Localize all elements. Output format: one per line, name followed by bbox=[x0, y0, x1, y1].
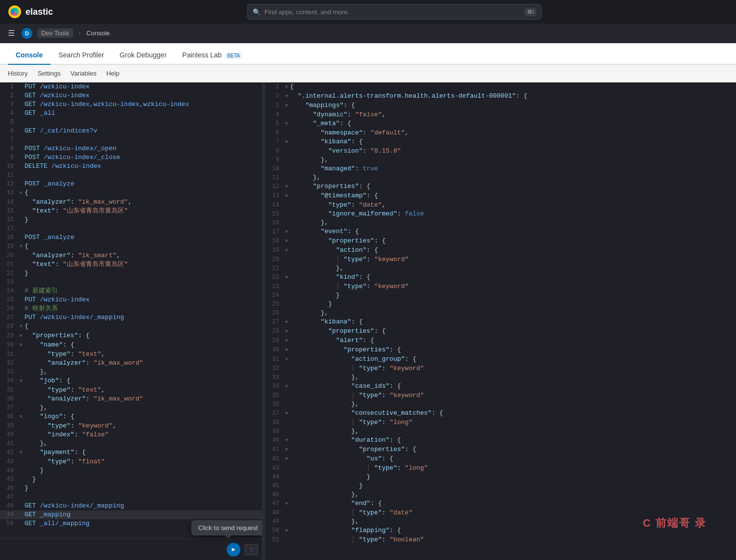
line-number: 23 bbox=[2, 278, 18, 287]
line-number: 20 bbox=[2, 251, 18, 260]
variables-button[interactable]: Variables bbox=[70, 70, 96, 77]
hamburger-button[interactable]: ☰ bbox=[6, 27, 17, 40]
fold-icon[interactable]: ▼ bbox=[283, 337, 290, 346]
line-number: 30 bbox=[2, 341, 18, 349]
fold-icon[interactable]: ▼ bbox=[283, 83, 290, 92]
line-number: 13 bbox=[2, 188, 18, 197]
fold-icon[interactable]: ▼ bbox=[283, 120, 290, 129]
code-line: 2GET /wzkicu-index bbox=[0, 91, 262, 100]
fold-icon[interactable]: ▼ bbox=[283, 246, 290, 255]
more-button[interactable]: ⋮ bbox=[244, 544, 258, 555]
fold-icon[interactable]: ▼ bbox=[283, 355, 290, 364]
fold-icon[interactable]: ▼ bbox=[283, 138, 290, 147]
line-content: } bbox=[290, 291, 734, 300]
line-content: }, bbox=[290, 400, 734, 409]
tab-console[interactable]: Console bbox=[8, 46, 51, 65]
code-line: 32 "analyzer": "ik_max_word" bbox=[0, 359, 262, 368]
code-line: 5 bbox=[0, 118, 262, 127]
line-number: 3 bbox=[267, 101, 283, 110]
fold-icon[interactable]: ▼ bbox=[283, 92, 290, 101]
fold-icon[interactable]: ▼ bbox=[18, 449, 25, 457]
line-number: 35 bbox=[267, 391, 283, 400]
code-line: 18POST _analyze bbox=[0, 233, 262, 242]
fold-icon[interactable]: ▼ bbox=[283, 228, 290, 237]
line-content: } bbox=[290, 481, 734, 490]
elastic-logo[interactable]: elastic bbox=[8, 5, 53, 19]
line-content: "properties": { bbox=[25, 331, 260, 340]
line-number: 23 bbox=[267, 282, 283, 291]
fold-icon[interactable]: ▼ bbox=[18, 242, 25, 251]
fold-icon[interactable]: ▼ bbox=[18, 413, 25, 422]
code-line: 44 } bbox=[265, 473, 736, 481]
code-line: 25 } bbox=[265, 300, 736, 309]
code-line: 21 }, bbox=[265, 264, 736, 273]
fold-icon[interactable]: ▼ bbox=[18, 322, 25, 331]
line-number: 47 bbox=[267, 499, 283, 508]
code-line: 37▼ "consecutive_matches": { bbox=[265, 409, 736, 418]
history-button[interactable]: History bbox=[8, 70, 27, 77]
line-number: 44 bbox=[267, 473, 283, 481]
code-line: 38▼ "logo": { bbox=[0, 412, 262, 422]
line-number: 5 bbox=[2, 118, 18, 127]
user-avatar[interactable]: D bbox=[22, 28, 32, 39]
tab-search-profiler[interactable]: Search Profiler bbox=[51, 46, 112, 65]
main-content: 1PUT /wzkicu-index2GET /wzkicu-index3GET… bbox=[0, 82, 736, 560]
fold-icon[interactable]: ▼ bbox=[283, 527, 290, 535]
tab-grok-debugger[interactable]: Grok Debugger bbox=[112, 46, 175, 65]
fold-icon[interactable]: ▼ bbox=[283, 327, 290, 336]
code-line: 21 "text": "山东省青岛市黄岛区" bbox=[0, 260, 262, 269]
fold-icon[interactable]: ▼ bbox=[283, 237, 290, 246]
code-line: 39 "type": "keyword", bbox=[0, 422, 262, 430]
line-number: 51 bbox=[267, 535, 283, 544]
code-line: 3▼ "mappings": { bbox=[265, 101, 736, 110]
fold-icon[interactable]: ▼ bbox=[283, 318, 290, 327]
line-content: │ "type": "keyword" bbox=[290, 282, 734, 291]
line-number: 9 bbox=[267, 156, 283, 164]
fold-icon[interactable]: ▼ bbox=[283, 102, 290, 110]
tab-painless-lab[interactable]: Painless Lab BETA bbox=[175, 46, 250, 65]
fold-icon[interactable]: ▼ bbox=[283, 346, 290, 355]
settings-button[interactable]: Settings bbox=[37, 70, 60, 77]
help-button[interactable]: Help bbox=[106, 70, 120, 77]
code-line: 47 bbox=[0, 493, 262, 502]
code-editor[interactable]: 1PUT /wzkicu-index2GET /wzkicu-index3GET… bbox=[0, 82, 262, 538]
fold-icon[interactable]: ▼ bbox=[283, 192, 290, 201]
run-button[interactable]: ▶ bbox=[227, 543, 240, 557]
line-content: GET /wzkicu-index,wzkicu-index,wzkicu-in… bbox=[25, 100, 260, 109]
line-number: 2 bbox=[2, 91, 18, 100]
fold-icon[interactable]: ▼ bbox=[283, 500, 290, 508]
code-line: 51 │ "type": "boolean" bbox=[265, 535, 736, 544]
fold-icon[interactable]: ▼ bbox=[283, 455, 290, 464]
output-code[interactable]: 1▼{2▼ ".internal.alerts-transform.health… bbox=[265, 82, 736, 544]
line-number: 45 bbox=[2, 475, 18, 484]
global-search-bar[interactable]: 🔍 Find apps, content, and more. ⌘/ bbox=[247, 4, 542, 20]
fold-icon[interactable]: ▼ bbox=[18, 332, 25, 341]
code-line: 36 "analyzer": "ik_max_word" bbox=[0, 395, 262, 403]
fold-icon[interactable]: ▼ bbox=[283, 409, 290, 418]
fold-icon[interactable]: ▼ bbox=[283, 382, 290, 391]
line-content: "job": { bbox=[25, 376, 260, 385]
fold-icon[interactable]: ▼ bbox=[18, 341, 25, 350]
fold-icon[interactable]: ▼ bbox=[283, 273, 290, 282]
search-icon: 🔍 bbox=[253, 8, 261, 16]
code-line: 48GET /wzkicu-index/_mapping bbox=[0, 502, 262, 510]
line-number: 34 bbox=[267, 382, 283, 391]
second-bar: ☰ D Dev Tools › Console bbox=[0, 24, 736, 43]
line-number: 43 bbox=[2, 457, 18, 466]
line-content: "managed": true bbox=[290, 164, 734, 173]
breadcrumb-dev-tools[interactable]: Dev Tools bbox=[37, 28, 73, 38]
line-number: 27 bbox=[2, 313, 18, 322]
line-content: "properties": { bbox=[290, 327, 734, 336]
line-content: "kibana": { bbox=[290, 318, 734, 326]
line-number: 15 bbox=[2, 207, 18, 215]
fold-icon[interactable]: ▼ bbox=[18, 189, 25, 198]
fold-icon[interactable]: ▼ bbox=[18, 377, 25, 386]
line-number: 41 bbox=[267, 445, 283, 454]
fold-icon[interactable]: ▼ bbox=[283, 183, 290, 191]
fold-icon[interactable]: ▼ bbox=[283, 446, 290, 454]
line-content: "properties": { bbox=[290, 182, 734, 191]
fold-icon[interactable]: ▼ bbox=[283, 436, 290, 445]
code-line: 6 "namespace": "default", bbox=[265, 129, 736, 137]
tab-bar: Console Search Profiler Grok Debugger Pa… bbox=[0, 43, 736, 65]
line-number: 17 bbox=[267, 227, 283, 236]
